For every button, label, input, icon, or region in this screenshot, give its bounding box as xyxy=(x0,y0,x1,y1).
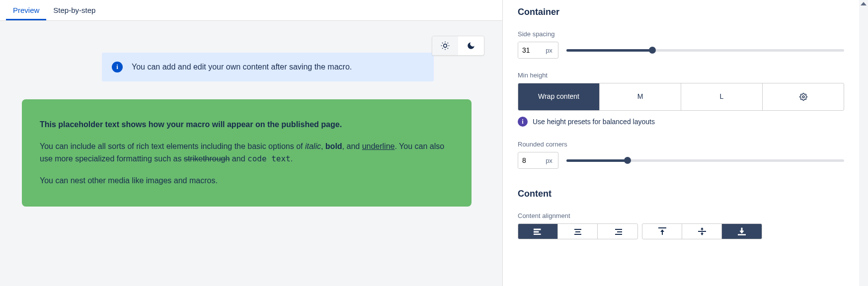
min-height-l[interactable]: L xyxy=(681,83,763,110)
svg-point-1 xyxy=(802,96,804,98)
min-height-hint: i Use height presets for balanced layout… xyxy=(518,117,844,127)
text-fragment: You can include all sorts of rich text e… xyxy=(40,142,305,150)
side-spacing-slider[interactable] xyxy=(566,47,844,54)
dark-theme-button[interactable] xyxy=(458,36,484,55)
svg-rect-8 xyxy=(615,229,622,230)
text-fragment: , xyxy=(321,142,325,150)
vertical-align-group xyxy=(642,223,762,239)
svg-rect-3 xyxy=(534,231,539,232)
info-icon: i xyxy=(112,62,123,72)
rounded-corners-row: px xyxy=(518,152,844,169)
settings-panel[interactable]: Container Side spacing px Min height Wra… xyxy=(503,0,868,286)
horizontal-align-group xyxy=(518,223,638,239)
placeholder-paragraph-1: You can include all sorts of rich text e… xyxy=(40,140,454,165)
rounded-corners-label: Rounded corners xyxy=(518,141,844,148)
svg-rect-7 xyxy=(574,234,581,235)
min-height-custom[interactable] xyxy=(763,83,844,110)
svg-rect-5 xyxy=(574,229,581,230)
side-spacing-label: Side spacing xyxy=(518,30,844,38)
code-sample: code text xyxy=(247,154,291,163)
preview-pane: Preview Step-by-step i You can add and e… xyxy=(0,0,503,286)
tab-preview[interactable]: Preview xyxy=(6,0,46,20)
svg-rect-12 xyxy=(698,231,706,232)
preview-canvas: i You can add and edit your own content … xyxy=(0,21,502,286)
info-icon: i xyxy=(518,117,528,127)
svg-rect-9 xyxy=(617,231,622,232)
side-spacing-unit: px xyxy=(540,42,558,58)
align-center-icon xyxy=(573,228,582,235)
align-top-icon xyxy=(658,227,666,235)
strikethrough-sample: strikethrough xyxy=(184,154,230,163)
align-left-icon xyxy=(534,228,543,235)
rounded-corners-slider[interactable] xyxy=(566,157,844,164)
svg-rect-13 xyxy=(738,234,746,235)
moon-icon xyxy=(467,41,475,50)
info-banner-text: You can add and edit your own content af… xyxy=(132,63,352,72)
placeholder-paragraph-2: You can nest other media like images and… xyxy=(40,174,454,187)
align-center[interactable] xyxy=(558,224,598,239)
align-bottom[interactable] xyxy=(722,224,762,239)
align-middle[interactable] xyxy=(682,224,722,239)
svg-rect-2 xyxy=(534,229,541,230)
content-alignment-controls xyxy=(518,223,844,239)
text-fragment: and xyxy=(230,154,247,163)
light-theme-button[interactable] xyxy=(432,36,458,55)
min-height-m[interactable]: M xyxy=(600,83,681,110)
svg-rect-10 xyxy=(615,234,622,235)
align-left[interactable] xyxy=(518,224,558,239)
align-right-icon xyxy=(613,228,622,235)
align-bottom-icon xyxy=(738,227,746,235)
align-middle-icon xyxy=(698,227,706,235)
side-spacing-input-wrap: px xyxy=(518,42,558,59)
content-section-title: Content xyxy=(518,189,844,199)
min-height-segmented: Wrap content M L xyxy=(518,83,844,111)
scroll-up-arrow-icon[interactable] xyxy=(861,2,867,5)
container-section-title: Container xyxy=(518,7,844,17)
svg-point-0 xyxy=(444,44,447,48)
min-height-label: Min height xyxy=(518,72,844,79)
tab-step-by-step[interactable]: Step-by-step xyxy=(46,0,102,20)
text-fragment: . xyxy=(291,154,293,163)
svg-rect-6 xyxy=(575,231,580,232)
align-top[interactable] xyxy=(642,224,682,239)
rounded-corners-input-wrap: px xyxy=(518,152,558,169)
italic-sample: italic xyxy=(305,142,321,150)
side-spacing-row: px xyxy=(518,42,844,59)
content-alignment-label: Content alignment xyxy=(518,212,844,219)
placeholder-lead: This placeholder text shows how your mac… xyxy=(40,118,454,131)
svg-rect-11 xyxy=(658,227,666,228)
scrollbar[interactable] xyxy=(859,0,868,286)
rounded-corners-input[interactable] xyxy=(518,152,540,168)
gear-icon xyxy=(799,93,807,101)
text-fragment: , and xyxy=(342,142,362,150)
min-height-wrap[interactable]: Wrap content xyxy=(518,83,600,110)
sun-icon xyxy=(440,41,450,51)
bold-sample: bold xyxy=(325,142,342,150)
tab-bar: Preview Step-by-step xyxy=(0,0,502,21)
theme-toggle xyxy=(432,36,484,56)
side-spacing-input[interactable] xyxy=(518,42,540,58)
info-banner: i You can add and edit your own content … xyxy=(102,53,434,81)
rounded-corners-unit: px xyxy=(540,152,558,168)
align-right[interactable] xyxy=(598,224,637,239)
macro-placeholder-box: This placeholder text shows how your mac… xyxy=(22,99,472,207)
min-height-hint-text: Use height presets for balanced layouts xyxy=(533,118,655,126)
svg-rect-4 xyxy=(534,234,541,235)
underline-sample: underline xyxy=(362,142,395,150)
